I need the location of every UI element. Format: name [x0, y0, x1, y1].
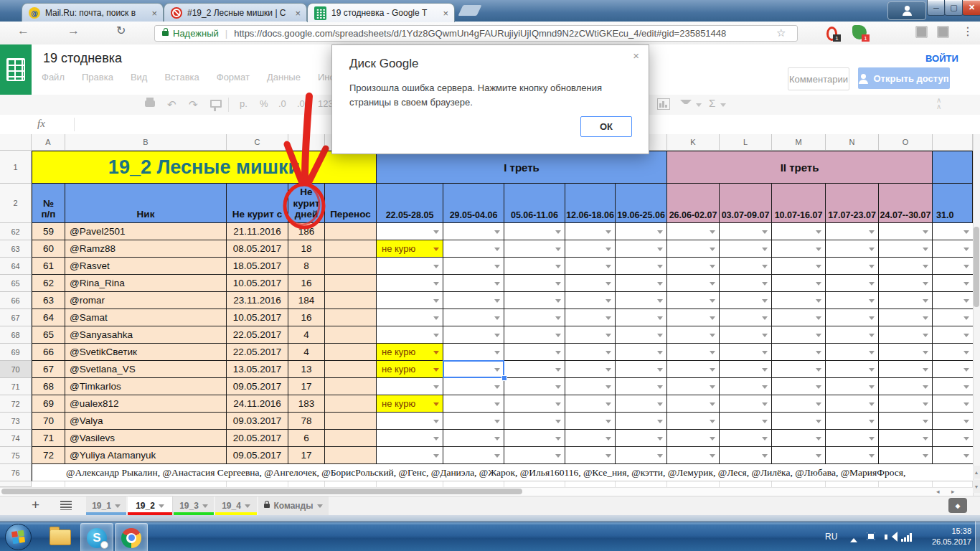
- cell-G66[interactable]: [443, 292, 504, 309]
- cell-dropdown-icon[interactable]: [923, 351, 928, 357]
- cell-dropdown-icon[interactable]: [762, 454, 768, 461]
- dialog-ok-button[interactable]: ОК: [580, 116, 632, 137]
- cell-dropdown-icon[interactable]: [494, 454, 500, 461]
- cell-H70[interactable]: [504, 361, 565, 378]
- cell-dropdown-icon[interactable]: [963, 299, 969, 306]
- cell-num-65[interactable]: 62: [32, 275, 65, 292]
- cell-F65[interactable]: [377, 275, 443, 292]
- chevron-down-icon[interactable]: [245, 504, 250, 511]
- cell-M64[interactable]: [772, 258, 826, 275]
- row-header-72[interactable]: 72: [0, 395, 32, 413]
- cell-I63[interactable]: [565, 240, 616, 258]
- header-week-19.06-25.06[interactable]: 19.06-25.06: [616, 184, 667, 223]
- cell-dropdown-icon[interactable]: [923, 282, 928, 288]
- chevron-down-icon[interactable]: [202, 504, 208, 511]
- cell-dropdown-icon[interactable]: [762, 334, 768, 340]
- cell-G71[interactable]: [443, 378, 504, 395]
- sheet-title-cell[interactable]: 19_2 Лесные мишки: [32, 151, 377, 184]
- cell-I68[interactable]: [565, 326, 616, 344]
- cell-since-70[interactable]: 13.05.2017: [227, 361, 288, 378]
- cell-dropdown-icon[interactable]: [433, 230, 439, 237]
- cell-L72[interactable]: [720, 395, 772, 413]
- column-header-L[interactable]: L: [720, 134, 772, 151]
- cell-dropdown-icon[interactable]: [710, 351, 715, 357]
- cell-days-72[interactable]: 183: [288, 395, 325, 413]
- cell-dropdown-icon[interactable]: [555, 420, 561, 426]
- cell-since-73[interactable]: 09.03.2017: [227, 413, 288, 430]
- cell-dropdown-icon[interactable]: [657, 248, 663, 254]
- cell-dropdown-icon[interactable]: [555, 334, 561, 340]
- chevron-down-icon[interactable]: [115, 504, 121, 511]
- cell-dropdown-icon[interactable]: [657, 454, 663, 461]
- cell-since-71[interactable]: 09.05.2017: [227, 378, 288, 395]
- cell-dropdown-icon[interactable]: [963, 420, 969, 426]
- sheet-tab-19_1[interactable]: 19_1: [86, 496, 126, 515]
- cell-K62[interactable]: [667, 223, 720, 240]
- cell-dropdown-icon[interactable]: [494, 334, 500, 340]
- cell-dropdown-icon[interactable]: [963, 230, 969, 237]
- scroll-up-button[interactable]: ▲: [973, 466, 980, 479]
- cell-dropdown-icon[interactable]: [816, 265, 821, 271]
- cell-dropdown-icon[interactable]: [963, 282, 969, 288]
- cell-dropdown-icon[interactable]: [657, 299, 663, 306]
- cell-dropdown-icon[interactable]: [433, 316, 439, 323]
- cell-carry-73[interactable]: [325, 413, 377, 430]
- cell-L71[interactable]: [720, 378, 772, 395]
- cell-M68[interactable]: [772, 326, 826, 344]
- cell-dropdown-icon[interactable]: [606, 420, 611, 426]
- sheet-tab-19_4[interactable]: 19_4: [215, 496, 257, 515]
- cell-nick-70[interactable]: @Svetlana_VS: [65, 361, 227, 378]
- sheet-tab-19_2[interactable]: 19_2: [128, 496, 172, 515]
- cell-dropdown-icon[interactable]: [555, 265, 561, 271]
- header-week-22.05-28.05[interactable]: 22.05-28.05: [377, 184, 443, 223]
- cell-dropdown-icon[interactable]: [710, 248, 715, 254]
- cell-J75[interactable]: [616, 447, 667, 464]
- cell-carry-71[interactable]: [325, 378, 377, 395]
- cell-dropdown-icon[interactable]: [869, 351, 875, 357]
- cell-H64[interactable]: [504, 258, 565, 275]
- horizontal-scrollbar-thumb[interactable]: [1, 489, 522, 494]
- cell-I75[interactable]: [565, 447, 616, 464]
- cell-N67[interactable]: [826, 309, 879, 326]
- cell-dropdown-icon[interactable]: [433, 437, 439, 443]
- cell-carry-68[interactable]: [325, 326, 377, 344]
- section-2-header[interactable]: II треть: [667, 151, 933, 184]
- cell-dropdown-icon[interactable]: [606, 351, 611, 357]
- header-week-10.07-16.07[interactable]: 10.07-16.07: [772, 184, 826, 223]
- cell-carry-70[interactable]: [325, 361, 377, 378]
- cell-dropdown-icon[interactable]: [606, 230, 611, 237]
- cell-dropdown-icon[interactable]: [923, 299, 928, 306]
- cell-dropdown-icon[interactable]: [433, 368, 439, 375]
- cell-dropdown-icon[interactable]: [555, 282, 561, 288]
- cell-G64[interactable]: [443, 258, 504, 275]
- cell-dropdown-icon[interactable]: [657, 282, 663, 288]
- cell-dropdown-icon[interactable]: [923, 420, 928, 426]
- cell-L69[interactable]: [720, 344, 772, 361]
- cell-nick-69[interactable]: @SvetikСветик: [65, 344, 227, 361]
- cell-dropdown-icon[interactable]: [657, 351, 663, 357]
- cell-dropdown-icon[interactable]: [923, 437, 928, 443]
- cell-dropdown-icon[interactable]: [869, 316, 875, 323]
- cell-H75[interactable]: [504, 447, 565, 464]
- cell-F66[interactable]: [377, 292, 443, 309]
- cell-nick-64[interactable]: @Rasvet: [65, 258, 227, 275]
- cell-G65[interactable]: [443, 275, 504, 292]
- cell-dropdown-icon[interactable]: [555, 454, 561, 461]
- cell-L73[interactable]: [720, 413, 772, 430]
- cell-H65[interactable]: [504, 275, 565, 292]
- cell-nick-73[interactable]: @Valya: [65, 413, 227, 430]
- cell-dropdown-icon[interactable]: [657, 334, 663, 340]
- header-nick[interactable]: Ник: [65, 184, 227, 223]
- cell-M69[interactable]: [772, 344, 826, 361]
- header-num[interactable]: № п/п: [32, 184, 65, 223]
- cell-N75[interactable]: [826, 447, 879, 464]
- row-header-67[interactable]: 67: [0, 309, 32, 326]
- cell-num-72[interactable]: 69: [32, 395, 65, 413]
- cell-dropdown-icon[interactable]: [710, 334, 715, 340]
- cell-dropdown-icon[interactable]: [606, 282, 611, 288]
- cell-I64[interactable]: [565, 258, 616, 275]
- cell-dropdown-icon[interactable]: [869, 402, 875, 409]
- cell-N65[interactable]: [826, 275, 879, 292]
- cell-dropdown-icon[interactable]: [762, 402, 768, 409]
- cell-F63[interactable]: не курю: [377, 240, 443, 258]
